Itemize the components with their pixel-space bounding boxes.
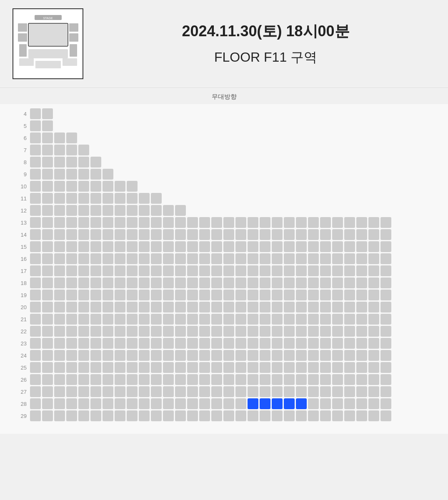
seat[interactable] <box>78 205 89 216</box>
seat[interactable] <box>115 217 125 228</box>
seat[interactable] <box>54 314 65 325</box>
seat[interactable] <box>272 229 283 240</box>
seat[interactable] <box>356 398 367 409</box>
seat[interactable] <box>103 229 113 240</box>
seat[interactable] <box>54 386 65 397</box>
seat[interactable] <box>78 290 89 300</box>
seat[interactable] <box>66 157 77 168</box>
seat[interactable] <box>139 398 150 409</box>
seat[interactable] <box>235 362 246 373</box>
seat[interactable] <box>380 326 391 337</box>
seat[interactable] <box>175 302 186 312</box>
seat[interactable] <box>42 120 53 131</box>
seat[interactable] <box>163 290 174 300</box>
seat[interactable] <box>187 229 198 240</box>
seat[interactable] <box>103 205 113 216</box>
seat[interactable] <box>368 265 379 276</box>
seat[interactable] <box>332 217 343 228</box>
seat[interactable] <box>344 290 355 300</box>
seat[interactable] <box>66 132 77 143</box>
seat[interactable] <box>42 290 53 300</box>
seat[interactable] <box>199 314 210 325</box>
seat[interactable] <box>66 362 77 373</box>
seat[interactable] <box>272 253 283 264</box>
seat[interactable] <box>284 253 295 264</box>
seat[interactable] <box>139 193 150 204</box>
seat[interactable] <box>54 253 65 264</box>
seat[interactable] <box>187 410 198 421</box>
seat[interactable] <box>211 241 222 252</box>
seat[interactable] <box>332 374 343 385</box>
seat[interactable] <box>344 253 355 264</box>
seat[interactable] <box>296 410 307 421</box>
seat[interactable] <box>54 398 65 409</box>
seat[interactable] <box>115 314 125 325</box>
seat[interactable] <box>175 205 186 216</box>
seat[interactable] <box>308 362 319 373</box>
seat[interactable] <box>223 410 234 421</box>
seat[interactable] <box>248 302 258 312</box>
seat[interactable] <box>296 398 307 409</box>
seat[interactable] <box>30 229 41 240</box>
seat[interactable] <box>344 398 355 409</box>
seat[interactable] <box>127 229 138 240</box>
seat[interactable] <box>368 338 379 349</box>
seat[interactable] <box>248 290 258 300</box>
seat[interactable] <box>356 278 367 288</box>
seat[interactable] <box>368 314 379 325</box>
seat[interactable] <box>332 290 343 300</box>
seat[interactable] <box>54 205 65 216</box>
seat[interactable] <box>320 241 331 252</box>
seat[interactable] <box>223 229 234 240</box>
seat[interactable] <box>211 217 222 228</box>
seat[interactable] <box>42 265 53 276</box>
seat[interactable] <box>163 217 174 228</box>
seat[interactable] <box>42 205 53 216</box>
seat[interactable] <box>296 386 307 397</box>
seat[interactable] <box>42 193 53 204</box>
seat[interactable] <box>163 374 174 385</box>
seat[interactable] <box>90 338 101 349</box>
seat[interactable] <box>175 410 186 421</box>
seat[interactable] <box>187 253 198 264</box>
seat[interactable] <box>356 290 367 300</box>
seat[interactable] <box>260 314 270 325</box>
seat[interactable] <box>30 326 41 337</box>
seat[interactable] <box>296 338 307 349</box>
seat[interactable] <box>223 253 234 264</box>
seat[interactable] <box>272 217 283 228</box>
seat[interactable] <box>235 314 246 325</box>
seat[interactable] <box>368 253 379 264</box>
seat[interactable] <box>163 350 174 361</box>
seat[interactable] <box>248 350 258 361</box>
seat[interactable] <box>103 290 113 300</box>
seat[interactable] <box>30 241 41 252</box>
seat[interactable] <box>54 278 65 288</box>
seat[interactable] <box>54 290 65 300</box>
seat[interactable] <box>260 290 270 300</box>
seat[interactable] <box>235 302 246 312</box>
seat[interactable] <box>368 410 379 421</box>
seat[interactable] <box>103 253 113 264</box>
seat[interactable] <box>42 314 53 325</box>
seat[interactable] <box>115 302 125 312</box>
seat[interactable] <box>115 326 125 337</box>
seat[interactable] <box>199 278 210 288</box>
seat[interactable] <box>284 290 295 300</box>
seat[interactable] <box>30 132 41 143</box>
seat[interactable] <box>296 326 307 337</box>
seat[interactable] <box>163 205 174 216</box>
seat[interactable] <box>127 205 138 216</box>
seat[interactable] <box>260 217 270 228</box>
seat[interactable] <box>175 362 186 373</box>
seat[interactable] <box>187 314 198 325</box>
seat[interactable] <box>127 241 138 252</box>
seat[interactable] <box>272 398 283 409</box>
seat[interactable] <box>187 290 198 300</box>
seat[interactable] <box>272 278 283 288</box>
seat[interactable] <box>90 290 101 300</box>
seat[interactable] <box>308 253 319 264</box>
seat[interactable] <box>30 108 41 119</box>
seat[interactable] <box>332 398 343 409</box>
seat[interactable] <box>248 362 258 373</box>
